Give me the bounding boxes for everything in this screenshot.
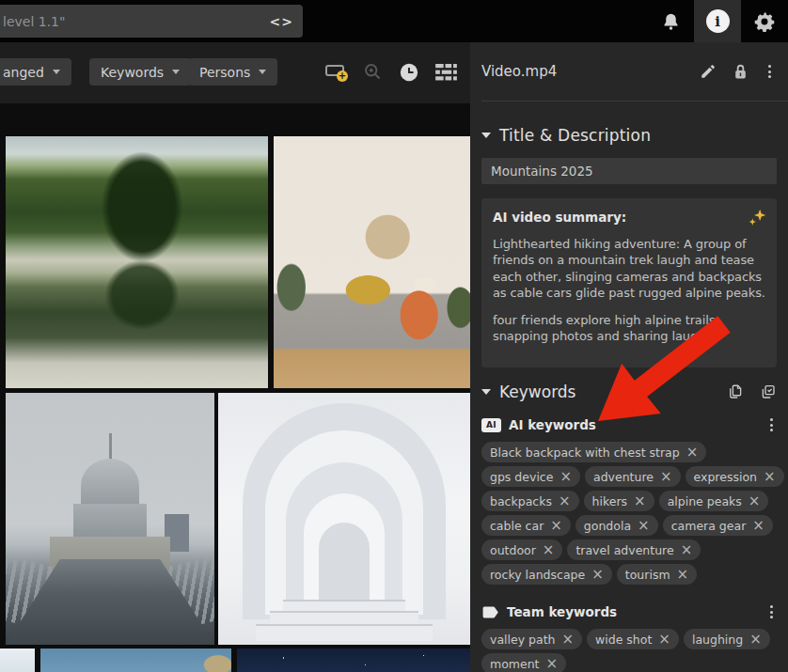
remove-keyword-icon[interactable]: × <box>660 470 672 484</box>
keyword-chip[interactable]: gondola× <box>575 515 658 536</box>
remove-keyword-icon[interactable]: × <box>749 633 762 647</box>
photo-grid <box>0 103 470 672</box>
filter-label: anged <box>3 65 44 80</box>
divider <box>481 101 788 102</box>
remove-keyword-icon[interactable]: × <box>559 494 571 508</box>
filter-label: Persons <box>199 65 250 80</box>
team-keywords-label: Team keywords <box>507 604 759 619</box>
keyword-chip[interactable]: laughing× <box>684 629 770 649</box>
keyword-chip-row: cable car×gondola×camera gear× <box>481 515 777 536</box>
masonry-view-icon[interactable] <box>435 64 457 81</box>
ai-keywords-header: AI AI keywords <box>481 416 777 433</box>
ai-badge-icon: AI <box>481 418 501 432</box>
filter-chip-changed[interactable]: anged <box>0 58 71 86</box>
remove-keyword-icon[interactable]: × <box>658 633 670 647</box>
photo-thumbnail-cathedral-bridge[interactable] <box>6 393 214 645</box>
keywords-section-header[interactable]: Keywords <box>481 383 777 401</box>
info-icon: i <box>706 9 730 33</box>
ai-summary-paragraph-2: four friends explore high alpine trails,… <box>493 312 765 345</box>
code-brackets-icon[interactable]: <> <box>270 14 293 29</box>
keyword-chip[interactable]: alpine peaks× <box>659 491 769 511</box>
photo-thumbnail-blue-sky[interactable] <box>40 649 231 672</box>
filter-chip-keywords[interactable]: Keywords <box>89 58 191 86</box>
add-collection-icon[interactable]: + <box>325 64 347 80</box>
title-field[interactable]: Mountains 2025 <box>481 158 777 184</box>
filter-toolbar: anged Keywords Persons + <box>0 42 470 103</box>
keyword-chip[interactable]: tourism× <box>617 564 697 585</box>
keyword-chip-row: moment× <box>481 653 777 672</box>
keyword-chip-label: gps device <box>490 470 553 484</box>
lock-icon[interactable] <box>733 63 749 81</box>
remove-keyword-icon[interactable]: × <box>638 519 650 533</box>
keyword-chip[interactable]: rocky landscape× <box>481 564 612 585</box>
keyword-chip[interactable]: expression× <box>686 466 784 487</box>
keyword-chip-label: rocky landscape <box>490 568 585 582</box>
keyword-chip-row: valley path×wide shot×laughing× <box>481 629 777 649</box>
photo-thumbnail-edge-sliver[interactable] <box>0 649 35 672</box>
gear-icon <box>754 11 775 32</box>
search-input[interactable]: level 1.1" <> <box>0 5 303 38</box>
remove-keyword-icon[interactable]: × <box>749 494 761 508</box>
remove-keyword-icon[interactable]: × <box>752 519 764 533</box>
remove-keyword-icon[interactable]: × <box>546 657 559 671</box>
title-description-section-header[interactable]: Title & Description <box>481 126 777 145</box>
keyword-chip[interactable]: valley path× <box>481 629 582 649</box>
keyword-chip[interactable]: adventure× <box>585 466 681 487</box>
remove-keyword-icon[interactable]: × <box>764 470 776 484</box>
remove-keyword-icon[interactable]: × <box>686 445 699 460</box>
copy-icon[interactable] <box>727 383 744 400</box>
keyword-chip[interactable]: camera gear× <box>663 515 773 536</box>
ai-keywords-label: AI keywords <box>509 417 759 432</box>
remove-keyword-icon[interactable]: × <box>543 543 555 557</box>
keyword-chip-row: outdoor×travel adventure× <box>481 539 777 560</box>
kebab-menu-icon[interactable] <box>764 63 775 80</box>
copy-selected-icon[interactable] <box>760 383 777 400</box>
notifications-button[interactable] <box>647 0 694 42</box>
keyword-chip[interactable]: hikers× <box>584 491 654 511</box>
remove-keyword-icon[interactable]: × <box>561 633 574 647</box>
keyword-chip[interactable]: moment× <box>481 653 566 672</box>
remove-keyword-icon[interactable]: × <box>550 519 562 533</box>
keyword-chip-label: cable car <box>490 519 544 533</box>
collapse-caret-icon <box>481 389 491 395</box>
remove-keyword-icon[interactable]: × <box>677 568 689 582</box>
remove-keyword-icon[interactable]: × <box>559 470 572 484</box>
keyword-chip-label: adventure <box>593 470 654 484</box>
search-value: level 1.1" <box>3 14 270 29</box>
asset-manager-app: level 1.1" <> i anged <box>0 0 788 672</box>
keyword-chip[interactable]: Black backpack with chest strap× <box>481 442 706 462</box>
keyword-chip[interactable]: travel adventure× <box>567 539 701 560</box>
keyword-chip[interactable]: gps device× <box>481 466 580 487</box>
photo-thumbnail-living-room[interactable] <box>274 136 470 388</box>
keyword-chip-label: backpacks <box>490 494 552 508</box>
zoom-in-icon[interactable] <box>363 62 383 82</box>
info-panel-toggle[interactable]: i <box>694 0 741 42</box>
remove-keyword-icon[interactable]: × <box>681 543 693 557</box>
keyword-chip[interactable]: outdoor× <box>481 539 562 560</box>
section-title: Title & Description <box>499 126 651 145</box>
settings-button[interactable] <box>741 0 788 42</box>
photo-thumbnail-swamp-reflection[interactable] <box>6 136 268 388</box>
keyword-chip[interactable]: wide shot× <box>587 629 679 649</box>
asset-filename: Video.mp4 <box>481 63 700 80</box>
remove-keyword-icon[interactable]: × <box>634 494 646 508</box>
remove-keyword-icon[interactable]: × <box>591 568 604 582</box>
keyword-chip-row: Black backpack with chest strap× <box>481 442 777 462</box>
edit-pencil-icon[interactable] <box>700 63 717 80</box>
kebab-menu-icon[interactable] <box>766 603 777 620</box>
keyword-chip-label: laughing <box>692 633 743 647</box>
kebab-menu-icon[interactable] <box>766 416 777 433</box>
keyword-chip-label: valley path <box>490 633 555 647</box>
panel-header: Video.mp4 <box>470 42 788 101</box>
ai-video-summary-box[interactable]: AI video summary: Lighthearted hiking ad… <box>481 198 777 367</box>
chevron-down-icon <box>259 70 266 74</box>
filter-chip-persons[interactable]: Persons <box>188 58 277 86</box>
photo-thumbnail-white-arches[interactable] <box>218 393 470 645</box>
keyword-chip[interactable]: backpacks× <box>481 491 579 511</box>
keyword-chip-label: outdoor <box>490 543 536 557</box>
history-clock-icon[interactable] <box>399 62 419 83</box>
title-value: Mountains 2025 <box>491 164 593 179</box>
team-keywords-header: Team keywords <box>481 603 777 620</box>
photo-thumbnail-night-sky[interactable] <box>237 649 470 672</box>
keyword-chip[interactable]: cable car× <box>481 515 571 536</box>
